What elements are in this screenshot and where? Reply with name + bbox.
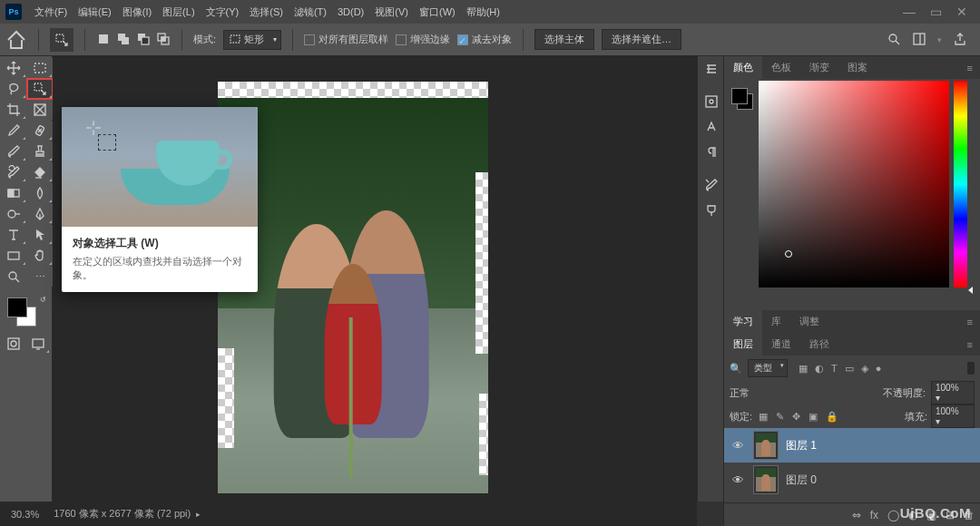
subtract-object-checkbox[interactable]: ✓减去对象: [457, 33, 512, 46]
panel-menu-icon[interactable]: ≡: [960, 63, 980, 73]
pen-tool[interactable]: [27, 204, 53, 224]
current-tool-icon[interactable]: [50, 28, 74, 52]
foreground-color-swatch[interactable]: [7, 297, 27, 317]
paragraph-panel-icon[interactable]: [698, 140, 724, 165]
layer-name[interactable]: 图层 1: [786, 438, 817, 453]
opacity-input[interactable]: 100% ▾: [931, 381, 975, 404]
home-icon[interactable]: [5, 29, 27, 51]
crop-tool[interactable]: [1, 100, 26, 120]
properties-panel-icon[interactable]: [698, 89, 724, 114]
layer-filter-kind[interactable]: 类型: [748, 359, 788, 377]
layer-fx-icon[interactable]: fx: [870, 509, 878, 521]
move-tool[interactable]: [1, 58, 26, 78]
menu-view[interactable]: 视图(V): [369, 0, 414, 24]
lock-transparency-icon[interactable]: ▦: [759, 411, 768, 422]
edit-toolbar[interactable]: ⋯: [27, 267, 53, 287]
document-canvas[interactable]: [218, 82, 488, 493]
search-icon[interactable]: [887, 32, 901, 48]
menu-image[interactable]: 图像(I): [117, 0, 157, 24]
blur-tool[interactable]: [27, 183, 53, 203]
character-panel-icon[interactable]: [698, 114, 724, 140]
object-selection-tool[interactable]: [27, 79, 53, 99]
status-menu-icon[interactable]: ▸: [196, 510, 201, 519]
subtract-selection-icon[interactable]: [136, 32, 151, 48]
sample-all-checkbox[interactable]: 对所有图层取样: [304, 33, 388, 46]
learn-tab[interactable]: 学习: [724, 310, 762, 333]
swatches-tab[interactable]: 色板: [762, 56, 800, 79]
menu-window[interactable]: 窗口(W): [414, 0, 461, 24]
window-close-icon[interactable]: ✕: [956, 5, 967, 19]
filter-type-icon[interactable]: T: [831, 363, 838, 375]
menu-layer[interactable]: 图层(L): [157, 0, 200, 24]
quickmask-tool[interactable]: [2, 334, 25, 354]
menu-edit[interactable]: 编辑(E): [73, 0, 117, 24]
link-layers-icon[interactable]: ⇔: [852, 509, 861, 521]
filter-adjust-icon[interactable]: ◐: [815, 363, 824, 375]
fill-input[interactable]: 100% ▾: [931, 404, 975, 428]
hand-tool[interactable]: [27, 246, 53, 266]
dodge-tool[interactable]: [1, 204, 26, 224]
document-info[interactable]: 1760 像素 x 2677 像素 (72 ppi): [54, 507, 191, 521]
history-panel-icon[interactable]: [698, 56, 724, 82]
layer-thumbnail[interactable]: [753, 431, 779, 460]
panel-menu-icon[interactable]: ≡: [960, 339, 980, 350]
window-restore-icon[interactable]: ▭: [930, 5, 942, 19]
filter-other-icon[interactable]: ●: [876, 363, 882, 375]
menu-file[interactable]: 文件(F): [29, 0, 73, 24]
patterns-tab[interactable]: 图案: [838, 56, 877, 79]
frame-tool[interactable]: [27, 100, 53, 120]
menu-type[interactable]: 文字(Y): [201, 0, 245, 24]
adjustments-tab[interactable]: 调整: [790, 310, 828, 333]
workspace-icon[interactable]: [912, 32, 926, 48]
layer-row[interactable]: 👁 图层 1: [724, 428, 980, 463]
filter-shape-icon[interactable]: ▭: [845, 363, 854, 375]
brush-settings-icon[interactable]: [698, 172, 724, 198]
eraser-tool[interactable]: [27, 162, 53, 182]
paths-tab[interactable]: 路径: [800, 333, 838, 356]
mode-select[interactable]: 矩形: [223, 30, 281, 50]
layer-name[interactable]: 图层 0: [786, 472, 817, 488]
color-tab[interactable]: 颜色: [724, 56, 762, 79]
menu-3d[interactable]: 3D(D): [332, 0, 369, 24]
window-minimize-icon[interactable]: —: [903, 5, 916, 19]
gradient-tool[interactable]: [1, 183, 26, 203]
menu-help[interactable]: 帮助(H): [461, 0, 505, 24]
enhance-edge-checkbox[interactable]: 增强边缘: [396, 33, 450, 46]
eyedropper-tool[interactable]: [1, 121, 26, 141]
lock-pixels-icon[interactable]: ✎: [776, 411, 784, 422]
filter-pixel-icon[interactable]: ▦: [799, 363, 808, 375]
brush-tool[interactable]: [1, 141, 26, 161]
libraries-tab[interactable]: 库: [762, 310, 790, 333]
gradients-tab[interactable]: 渐变: [800, 56, 838, 79]
add-selection-icon[interactable]: [116, 32, 131, 48]
rectangle-tool[interactable]: [1, 246, 26, 266]
color-field[interactable]: [759, 81, 949, 287]
screenmode-tool[interactable]: [27, 334, 51, 354]
rect-marquee-tool[interactable]: [27, 58, 53, 78]
color-picker[interactable]: [724, 79, 980, 310]
filter-toggle[interactable]: [967, 362, 975, 375]
type-tool[interactable]: [1, 225, 26, 245]
layer-mask-icon[interactable]: ◯: [887, 509, 899, 521]
lock-position-icon[interactable]: ✥: [792, 411, 800, 422]
lasso-tool[interactable]: [1, 79, 26, 99]
layer-row[interactable]: 👁 图层 0: [724, 463, 980, 497]
healing-tool[interactable]: [27, 121, 53, 141]
share-icon[interactable]: [953, 32, 967, 48]
zoom-tool[interactable]: [1, 267, 26, 287]
hue-slider[interactable]: [954, 81, 967, 287]
new-selection-icon[interactable]: [96, 32, 111, 48]
layers-tab[interactable]: 图层: [724, 333, 762, 356]
zoom-level[interactable]: 30.3%: [11, 509, 39, 520]
lock-all-icon[interactable]: 🔒: [826, 411, 838, 422]
brushes-panel-icon[interactable]: [698, 198, 724, 223]
blend-mode-select[interactable]: 正常: [730, 386, 811, 400]
menu-filter[interactable]: 滤镜(T): [289, 0, 332, 24]
visibility-icon[interactable]: 👁: [730, 439, 746, 453]
visibility-icon[interactable]: 👁: [730, 473, 746, 487]
lock-artboard-icon[interactable]: ▣: [808, 411, 818, 422]
select-and-mask-button[interactable]: 选择并遮住…: [602, 29, 681, 50]
channels-tab[interactable]: 通道: [762, 333, 800, 356]
stamp-tool[interactable]: [27, 141, 53, 161]
select-subject-button[interactable]: 选择主体: [534, 29, 594, 50]
